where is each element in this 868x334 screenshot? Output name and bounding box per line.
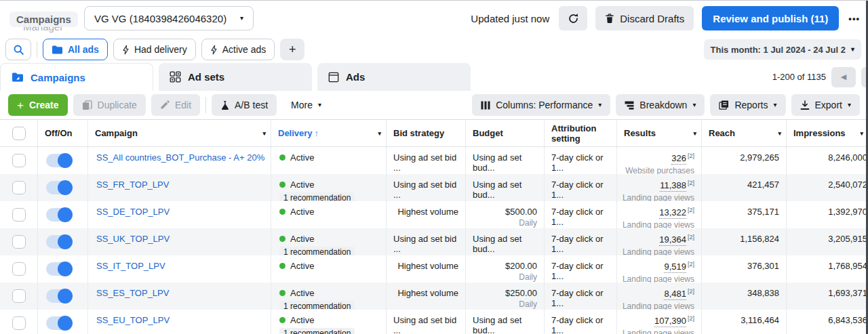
recommendation-badge[interactable]: 1 recommendation <box>279 301 355 310</box>
add-filter-button[interactable]: + <box>280 39 304 60</box>
table-row[interactable]: SS_FR_TOP_LPV Active 1 recommendation Us… <box>0 174 868 201</box>
export-button[interactable]: Export ▾ <box>791 94 861 116</box>
discard-drafts-button[interactable]: Discard Drafts <box>595 6 694 30</box>
header-budget[interactable]: Budget <box>466 120 545 146</box>
header-reach[interactable]: Reach ▾ <box>702 120 787 146</box>
campaign-on-off-toggle[interactable] <box>46 208 72 222</box>
date-range-selector[interactable]: This month: 1 Jul 2024 - 24 Jul 2 ▾ <box>704 39 861 60</box>
row-checkbox[interactable] <box>12 235 26 249</box>
attribution-cell: 7-day click or 1... <box>545 174 617 201</box>
filter-active-ads[interactable]: Active ads <box>201 39 275 60</box>
budget-cell: Using ad set bud... <box>466 174 545 201</box>
table-row[interactable]: SS_IT_TOP_LPV Active Highest volume $200… <box>0 255 868 283</box>
attribution-cell: 7-day click or 1... <box>545 147 617 174</box>
chevron-down-icon[interactable]: ▾ <box>860 128 863 138</box>
attribution-cell: 7-day click or 1... <box>545 255 617 283</box>
campaign-on-off-toggle[interactable] <box>46 316 72 330</box>
select-all-checkbox[interactable] <box>12 127 26 140</box>
action-toolbar: + Create Duplicate Edit A/B test More ▾ <box>0 91 868 119</box>
campaign-link[interactable]: SS_ES_TOP_LPV <box>96 288 265 298</box>
tab-campaigns[interactable]: Campaigns <box>0 63 153 91</box>
reports-button[interactable]: Reports ▾ <box>710 94 785 116</box>
header-impressions[interactable]: Impressions ▾ <box>787 120 868 146</box>
edit-button[interactable]: Edit <box>151 94 200 116</box>
breadcrumb-campaigns[interactable]: Campaigns <box>9 12 78 27</box>
tab-campaigns-label: Campaigns <box>31 72 85 83</box>
reach-cell: 1,156,824 <box>702 228 787 255</box>
level-tabs: Campaigns Ad sets Ads 1-200 of 1135 ◀ ▶ <box>0 63 868 91</box>
recommendation-badge[interactable]: 1 recommendation <box>279 192 355 201</box>
table-row[interactable]: SS_EU_TOP_LPV Active 1 recommendation Us… <box>0 310 868 334</box>
ad-account-name: VG VG (1840398426046320) <box>94 13 226 24</box>
campaign-on-off-toggle[interactable] <box>46 154 72 167</box>
refresh-button[interactable] <box>559 6 587 30</box>
campaign-cell: SS_All countries_BOT_Purchase - A+ 20% <box>88 147 271 174</box>
chevron-down-icon[interactable]: ▾ <box>693 128 696 138</box>
header-campaign[interactable]: Campaign ▾ <box>88 120 271 146</box>
chevron-down-icon[interactable]: ▾ <box>778 128 781 138</box>
results-footnote: [2] <box>688 315 694 322</box>
campaign-link[interactable]: SS_IT_TOP_LPV <box>96 261 265 271</box>
tab-ad-sets[interactable]: Ad sets <box>159 63 312 91</box>
search-button[interactable] <box>5 39 31 60</box>
header-results[interactable]: Results ▾ <box>617 120 702 146</box>
columns-button[interactable]: Columns: Performance ▾ <box>472 94 610 116</box>
row-checkbox[interactable] <box>12 181 26 194</box>
chevron-down-icon[interactable]: ▾ <box>378 128 381 138</box>
chevron-down-icon: ▾ <box>773 102 776 108</box>
create-button[interactable]: + Create <box>8 94 68 116</box>
reach-value: 375,171 <box>747 207 779 217</box>
pagination-prev-button[interactable]: ◀ <box>831 67 856 87</box>
bid-strategy-value: Using ad set bid ... <box>393 315 456 334</box>
duplicate-button[interactable]: Duplicate <box>73 94 146 116</box>
campaign-on-off-toggle[interactable] <box>46 289 72 303</box>
campaign-link[interactable]: SS_EU_TOP_LPV <box>96 315 265 325</box>
header-delivery[interactable]: Delivery ↑ ▾ <box>271 120 387 146</box>
row-checkbox[interactable] <box>12 316 26 330</box>
campaign-link[interactable]: SS_DE_TOP_LPV <box>96 207 265 217</box>
review-and-publish-button[interactable]: Review and publish (11) <box>702 6 839 30</box>
table-row[interactable]: SS_All countries_BOT_Purchase - A+ 20% A… <box>0 147 868 174</box>
reach-value: 376,301 <box>747 261 779 271</box>
header-attribution[interactable]: Attribution setting <box>545 120 617 146</box>
more-button[interactable]: More ▾ <box>282 94 330 116</box>
budget-value: Using ad set bud... <box>473 234 537 254</box>
more-options-icon[interactable]: ••• <box>847 9 861 28</box>
row-checkbox[interactable] <box>12 289 26 303</box>
attribution-value: 7-day click or 1... <box>551 261 604 281</box>
filter-all-ads[interactable]: All ads <box>43 39 108 60</box>
budget-cell: Using ad set bud... <box>466 147 545 174</box>
ad-account-selector[interactable]: VG VG (1840398426046320) ▾ <box>84 6 254 30</box>
campaign-on-off-toggle[interactable] <box>46 262 72 276</box>
table-row[interactable]: SS_ES_TOP_LPV Active 1 recommendation Hi… <box>0 283 868 310</box>
divider <box>205 97 206 113</box>
campaign-link[interactable]: SS_UK_TOP_LPV <box>96 234 265 244</box>
breakdown-button[interactable]: Breakdown ▾ <box>616 94 705 116</box>
table-row[interactable]: SS_UK_TOP_LPV Active 1 recommendation Us… <box>0 228 868 255</box>
ab-test-label: A/B test <box>235 100 268 110</box>
chevron-down-icon[interactable]: ▾ <box>262 128 266 138</box>
table-row[interactable]: SS_DE_TOP_LPV Active Highest volume $500… <box>0 201 868 228</box>
filter-had-delivery[interactable]: Had delivery <box>113 39 196 60</box>
header-bid-strategy[interactable]: Bid strategy <box>387 120 466 146</box>
row-toggle-cell <box>38 201 88 228</box>
row-checkbox[interactable] <box>12 208 26 222</box>
campaign-link[interactable]: SS_FR_TOP_LPV <box>96 180 265 190</box>
attribution-value: 7-day click or 1... <box>551 288 604 308</box>
recommendation-badge[interactable]: 1 recommendation <box>279 328 355 334</box>
attribution-cell: 7-day click or 1... <box>545 310 617 334</box>
budget-value: Using ad set bud... <box>473 152 537 173</box>
row-checkbox[interactable] <box>12 262 26 276</box>
row-checkbox[interactable] <box>12 154 26 167</box>
bolt-icon <box>210 45 218 55</box>
campaign-on-off-toggle[interactable] <box>46 181 72 194</box>
header-off-on[interactable]: Off/On <box>38 120 88 146</box>
pagination-next-button[interactable]: ▶ <box>861 67 868 87</box>
bid-strategy-cell: Using ad set bid ... <box>387 174 466 201</box>
recommendation-badge[interactable]: 1 recommendation <box>279 247 355 255</box>
tab-ads[interactable]: Ads <box>317 63 471 91</box>
campaign-on-off-toggle[interactable] <box>46 235 72 249</box>
bid-strategy-value: Highest volume <box>397 288 458 298</box>
ab-test-button[interactable]: A/B test <box>212 94 277 116</box>
campaign-link[interactable]: SS_All countries_BOT_Purchase - A+ 20% <box>96 152 265 163</box>
